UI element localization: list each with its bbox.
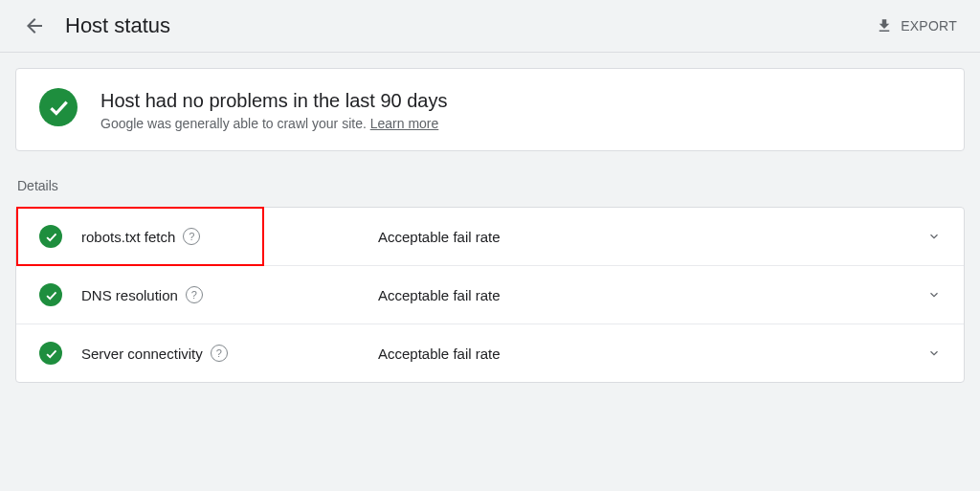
chevron-down-icon bbox=[927, 288, 941, 301]
detail-label-group: Server connectivity ? bbox=[81, 345, 378, 362]
detail-label: robots.txt fetch bbox=[81, 229, 175, 245]
checkmark-icon bbox=[44, 346, 58, 361]
detail-label-group: DNS resolution ? bbox=[81, 286, 378, 303]
checkmark-icon bbox=[46, 95, 71, 120]
checkmark-icon bbox=[44, 230, 58, 244]
detail-row-server[interactable]: Server connectivity ? Acceptable fail ra… bbox=[16, 324, 964, 382]
help-icon[interactable]: ? bbox=[186, 286, 203, 303]
export-label: EXPORT bbox=[901, 18, 957, 33]
download-icon bbox=[876, 17, 893, 34]
check-circle-icon bbox=[39, 342, 62, 365]
detail-status: Acceptable fail rate bbox=[378, 287, 927, 303]
check-circle-icon bbox=[39, 225, 62, 248]
details-section-label: Details bbox=[15, 178, 965, 193]
chevron-down-icon bbox=[927, 230, 941, 243]
detail-label: Server connectivity bbox=[81, 346, 203, 362]
summary-subtitle-text: Google was generally able to crawl your … bbox=[100, 116, 370, 131]
check-circle-icon bbox=[39, 283, 62, 306]
arrow-left-icon bbox=[23, 14, 46, 37]
detail-label-group: robots.txt fetch ? bbox=[81, 228, 378, 245]
summary-title: Host had no problems in the last 90 days bbox=[100, 90, 447, 112]
back-arrow-button[interactable] bbox=[23, 14, 46, 37]
page-title: Host status bbox=[65, 13, 170, 38]
export-button[interactable]: EXPORT bbox=[876, 17, 957, 34]
help-icon[interactable]: ? bbox=[211, 345, 228, 362]
header-left: Host status bbox=[23, 13, 170, 38]
checkmark-icon bbox=[44, 288, 58, 302]
details-list: robots.txt fetch ? Acceptable fail rate … bbox=[15, 207, 965, 383]
check-circle-icon bbox=[39, 88, 78, 126]
summary-card: Host had no problems in the last 90 days… bbox=[15, 68, 965, 151]
learn-more-link[interactable]: Learn more bbox=[370, 116, 439, 131]
detail-row-dns[interactable]: DNS resolution ? Acceptable fail rate bbox=[16, 266, 964, 324]
detail-status: Acceptable fail rate bbox=[378, 346, 927, 362]
summary-subtitle: Google was generally able to crawl your … bbox=[100, 116, 447, 131]
content: Host had no problems in the last 90 days… bbox=[0, 53, 980, 398]
chevron-down-icon bbox=[927, 346, 941, 360]
help-icon[interactable]: ? bbox=[183, 228, 200, 245]
detail-label: DNS resolution bbox=[81, 287, 178, 303]
detail-status: Acceptable fail rate bbox=[378, 229, 927, 245]
header: Host status EXPORT bbox=[0, 0, 980, 53]
summary-text: Host had no problems in the last 90 days… bbox=[100, 88, 447, 131]
detail-row-robots[interactable]: robots.txt fetch ? Acceptable fail rate bbox=[16, 208, 964, 266]
